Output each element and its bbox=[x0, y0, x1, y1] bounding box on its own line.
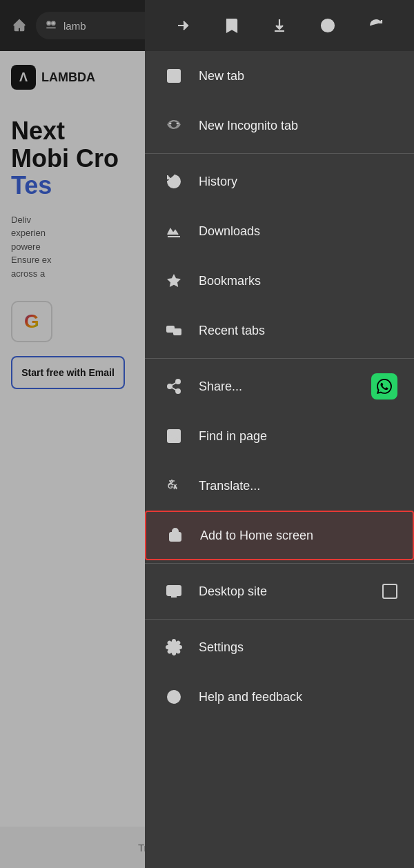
recent-tabs-icon bbox=[161, 318, 186, 343]
find-label: Find in page bbox=[199, 429, 397, 444]
menu-item-downloads[interactable]: Downloads bbox=[145, 206, 414, 256]
download-icon[interactable] bbox=[264, 10, 295, 41]
svg-point-23 bbox=[172, 434, 176, 438]
menu-item-history[interactable]: History bbox=[145, 157, 414, 206]
add-home-label: Add to Home screen bbox=[200, 529, 396, 543]
desktop-label: Desktop site bbox=[199, 584, 382, 599]
bookmark-icon[interactable] bbox=[216, 10, 246, 41]
incognito-label: New Incognito tab bbox=[199, 119, 397, 133]
menu-item-find[interactable]: Find in page bbox=[145, 411, 414, 461]
divider-1 bbox=[145, 153, 414, 154]
svg-rect-29 bbox=[167, 586, 181, 595]
translate-label: Translate... bbox=[199, 479, 397, 493]
menu-item-bookmarks[interactable]: Bookmarks bbox=[145, 256, 414, 306]
dropdown-toolbar bbox=[145, 0, 414, 51]
svg-rect-15 bbox=[167, 326, 174, 332]
whatsapp-badge bbox=[371, 373, 397, 400]
share-icon bbox=[161, 374, 186, 399]
menu-item-help[interactable]: Help and feedback bbox=[145, 672, 414, 722]
svg-line-21 bbox=[172, 383, 177, 386]
divider-2 bbox=[145, 358, 414, 359]
translate-icon: G× bbox=[161, 473, 186, 498]
add-home-icon bbox=[163, 523, 188, 548]
svg-marker-14 bbox=[167, 274, 181, 287]
menu-item-new-tab[interactable]: New tab bbox=[145, 51, 414, 101]
menu-item-translate[interactable]: G× Translate... bbox=[145, 461, 414, 511]
share-label: Share... bbox=[199, 379, 371, 394]
menu-item-settings[interactable]: Settings bbox=[145, 622, 414, 672]
downloads-label: Downloads bbox=[199, 224, 397, 239]
incognito-icon bbox=[161, 113, 186, 138]
bookmarks-icon bbox=[161, 268, 186, 293]
svg-point-17 bbox=[176, 379, 180, 384]
divider-3 bbox=[145, 563, 414, 564]
desktop-icon bbox=[161, 579, 186, 604]
settings-icon bbox=[161, 635, 186, 660]
menu-item-share[interactable]: Share... bbox=[145, 362, 414, 411]
help-label: Help and feedback bbox=[199, 690, 397, 704]
dropdown-menu: New tab New Incognito tab bbox=[145, 0, 414, 868]
history-icon bbox=[161, 169, 186, 194]
svg-line-20 bbox=[172, 388, 177, 391]
menu-item-add-home[interactable]: Add to Home screen bbox=[145, 511, 414, 560]
menu-list: New tab New Incognito tab bbox=[145, 51, 414, 868]
menu-item-desktop[interactable]: Desktop site bbox=[145, 566, 414, 616]
downloads-icon bbox=[161, 219, 186, 244]
info-icon[interactable] bbox=[313, 10, 343, 41]
menu-item-incognito[interactable]: New Incognito tab bbox=[145, 101, 414, 150]
menu-item-recent-tabs[interactable]: Recent tabs bbox=[145, 306, 414, 355]
find-icon bbox=[161, 424, 186, 448]
desktop-checkbox[interactable] bbox=[382, 584, 397, 599]
history-label: History bbox=[199, 175, 397, 189]
bookmarks-label: Bookmarks bbox=[199, 274, 397, 288]
svg-point-18 bbox=[168, 384, 172, 388]
settings-label: Settings bbox=[199, 640, 397, 655]
forward-icon[interactable] bbox=[168, 10, 198, 41]
help-icon bbox=[161, 684, 186, 709]
new-tab-label: New tab bbox=[199, 69, 397, 83]
svg-rect-16 bbox=[174, 329, 181, 335]
new-tab-icon bbox=[161, 63, 186, 88]
refresh-icon[interactable] bbox=[361, 10, 391, 41]
recent-tabs-label: Recent tabs bbox=[199, 324, 397, 338]
svg-point-19 bbox=[176, 389, 180, 393]
svg-point-11 bbox=[169, 122, 172, 124]
divider-4 bbox=[145, 619, 414, 620]
svg-point-12 bbox=[176, 122, 179, 124]
